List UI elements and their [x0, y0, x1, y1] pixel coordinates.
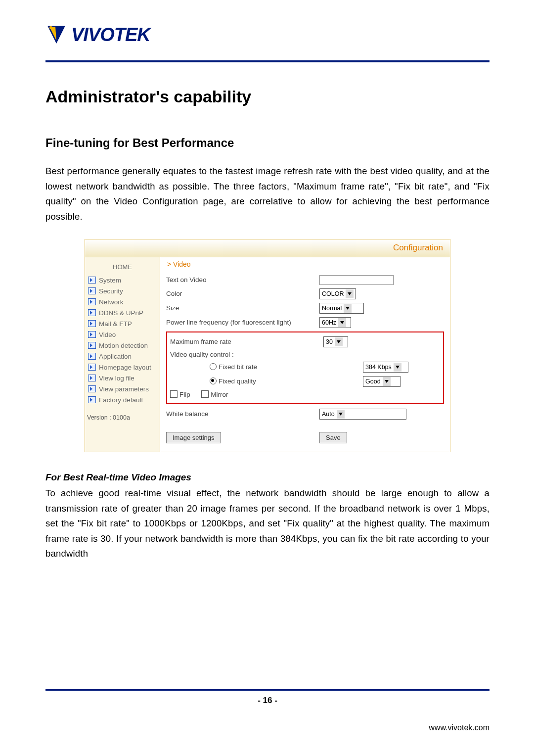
arrow-icon	[88, 309, 96, 316]
label-fbr: Fixed bit rate	[170, 363, 363, 371]
brand-logo: VIVOTEK	[45, 24, 490, 46]
sidebar-item-mail-ftp[interactable]: Mail & FTP	[87, 318, 158, 329]
label-mfr: Maximum frame rate	[170, 338, 323, 345]
arrow-icon	[88, 277, 96, 284]
sidebar-item-label: System	[99, 277, 121, 284]
arrow-icon	[88, 375, 96, 381]
arrow-icon	[88, 353, 96, 360]
select-value: Auto	[322, 411, 335, 418]
color-select[interactable]: COLOR	[319, 288, 356, 299]
text-on-video-input[interactable]	[319, 275, 394, 285]
flip-mirror-row: Flip Mirror	[170, 390, 323, 398]
sidebar-home[interactable]: HOME	[87, 260, 158, 275]
save-button[interactable]: Save	[319, 432, 347, 443]
arrow-icon	[88, 396, 96, 403]
config-main: > Video Text on Video Color COLOR Size N…	[160, 257, 450, 452]
select-value: 60Hz	[322, 319, 336, 326]
highlight-box: Maximum frame rate 30 Video quality cont…	[166, 331, 444, 404]
flip-checkbox[interactable]	[170, 390, 178, 398]
sidebar-item-label: Video	[99, 331, 116, 338]
site-url: www.vivotek.com	[45, 723, 490, 732]
chevron-down-icon	[338, 318, 346, 327]
radio-label: Fixed bit rate	[219, 363, 257, 371]
sidebar-item-label: Motion detection	[99, 342, 148, 349]
sidebar-item-view-log[interactable]: View log file	[87, 373, 158, 383]
fq-select[interactable]: Good	[363, 376, 400, 387]
section-heading: Fine-tuning for Best Performance	[45, 136, 490, 150]
label-size: Size	[166, 304, 319, 312]
plf-select[interactable]: 60Hz	[319, 317, 351, 328]
subsection-heading: For Best Real-time Video Images	[45, 472, 490, 483]
config-screenshot: Configuration HOME System Security Netwo…	[85, 239, 450, 452]
sidebar-item-security[interactable]: Security	[87, 285, 158, 296]
sidebar-item-factory-default[interactable]: Factory default	[87, 394, 158, 405]
arrow-icon	[88, 331, 96, 338]
arrow-icon	[88, 342, 96, 349]
page-number: - 16 -	[45, 696, 490, 706]
image-settings-button[interactable]: Image settings	[166, 432, 221, 443]
page-footer: - 16 - www.vivotek.com	[45, 689, 490, 732]
chevron-down-icon	[335, 337, 343, 346]
sidebar-item-label: Homepage layout	[99, 364, 151, 371]
footer-rule	[45, 689, 490, 691]
wb-select[interactable]: Auto	[319, 409, 406, 420]
sidebar-item-label: View log file	[99, 375, 134, 382]
sidebar-item-label: DDNS & UPnP	[99, 309, 143, 317]
chevron-down-icon	[394, 363, 401, 372]
page-title: Administrator's capability	[45, 87, 490, 106]
panel-title: Configuration	[85, 239, 450, 257]
checkbox-label: Mirror	[211, 391, 228, 398]
chevron-down-icon	[344, 304, 352, 313]
checkbox-label: Flip	[179, 391, 190, 398]
sidebar-item-ddns-upnp[interactable]: DDNS & UPnP	[87, 307, 158, 318]
arrow-icon	[88, 320, 96, 327]
chevron-down-icon	[337, 410, 345, 419]
fixed-quality-radio[interactable]	[210, 378, 217, 384]
size-select[interactable]: Normal	[319, 303, 364, 314]
sidebar-item-view-params[interactable]: View parameters	[87, 383, 158, 394]
label-fq: Fixed quality	[170, 378, 363, 385]
fixed-bit-rate-radio[interactable]	[210, 363, 217, 370]
breadcrumb: > Video	[166, 257, 444, 273]
chevron-down-icon	[346, 289, 354, 298]
arrow-icon	[88, 385, 96, 392]
chevron-down-icon	[383, 377, 391, 386]
select-value: 384 Kbps	[365, 364, 392, 371]
version-label: Version : 0100a	[87, 405, 158, 422]
radio-label: Fixed quality	[219, 378, 256, 385]
sidebar-item-label: Security	[99, 287, 123, 295]
arrow-icon	[88, 287, 96, 294]
mfr-select[interactable]: 30	[323, 336, 348, 347]
sidebar-item-label: Mail & FTP	[99, 320, 132, 328]
sidebar-item-motion[interactable]: Motion detection	[87, 340, 158, 351]
sidebar-item-homepage-layout[interactable]: Homepage layout	[87, 362, 158, 373]
header-rule	[45, 60, 490, 62]
sidebar-item-application[interactable]: Application	[87, 351, 158, 362]
select-value: 30	[326, 338, 333, 345]
svg-point-2	[49, 26, 52, 29]
arrow-icon	[88, 364, 96, 371]
sidebar-item-label: Network	[99, 298, 124, 306]
select-value: Normal	[322, 305, 342, 312]
mirror-checkbox[interactable]	[201, 390, 209, 398]
intro-paragraph: Best performance generally equates to th…	[45, 164, 490, 224]
sidebar-item-label: View parameters	[99, 385, 149, 393]
sidebar-item-label: Application	[99, 353, 132, 360]
label-wb: White balance	[166, 410, 319, 418]
select-value: Good	[365, 378, 381, 385]
label-text-on-video: Text on Video	[166, 276, 319, 284]
sidebar-item-network[interactable]: Network	[87, 296, 158, 307]
label-color: Color	[166, 290, 319, 297]
label-plf: Power line frequency (for fluorescent li…	[166, 319, 319, 326]
sidebar-item-label: Factory default	[99, 396, 143, 404]
label-vqc: Video quality control :	[170, 351, 323, 358]
logo-mark-icon	[45, 24, 67, 46]
fbr-select[interactable]: 384 Kbps	[363, 362, 408, 373]
sidebar-item-video[interactable]: Video	[87, 329, 158, 340]
sidebar: HOME System Security Network DDNS & UPnP…	[85, 257, 160, 452]
logo-text: VIVOTEK	[71, 24, 150, 46]
arrow-icon	[88, 298, 96, 305]
select-value: COLOR	[322, 290, 344, 297]
sidebar-item-system[interactable]: System	[87, 275, 158, 285]
realtime-paragraph: To achieve good real-time visual effect,…	[45, 486, 490, 562]
